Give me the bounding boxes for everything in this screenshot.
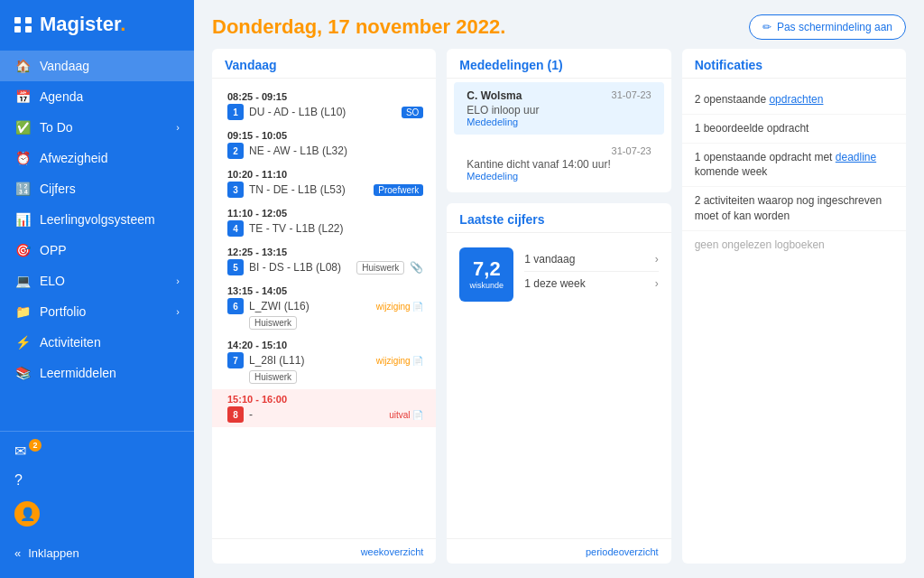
- uitval-label: uitval 📄: [389, 410, 423, 420]
- book-icon: 📚: [14, 366, 31, 380]
- chevron-right-icon: ›: [655, 277, 659, 290]
- lesson-tag: Huiswerk: [249, 370, 297, 384]
- sidebar-item-activiteiten[interactable]: ⚡ Activiteiten: [0, 327, 194, 358]
- mededeling-item[interactable]: C. Wolsma 31-07-23 ELO inloop uur Medede…: [454, 82, 663, 135]
- cijfer-row[interactable]: 1 vandaag ›: [524, 247, 658, 272]
- weekoverzicht-link[interactable]: weekoverzicht: [361, 546, 424, 557]
- lesson-info: NE - AW - L1B (L32): [249, 144, 423, 157]
- schedule-time: 13:15 - 14:05: [227, 285, 423, 296]
- wijziging-label: wijziging 📄: [376, 356, 424, 366]
- schedule-time: 08:25 - 09:15: [227, 91, 423, 102]
- home-icon: 🏠: [14, 59, 31, 73]
- mededelingen-header: Mededelingen (1): [447, 49, 670, 79]
- schedule-time: 10:20 - 11:10: [227, 169, 423, 180]
- attachment-icon: 📎: [410, 261, 423, 274]
- cijfer-score-card: 7,2 wiskunde: [459, 247, 513, 302]
- laatste-cijfers-header: Laatste cijfers: [447, 203, 670, 233]
- sidebar-item-elo[interactable]: 💻 ELO ›: [0, 266, 194, 296]
- sidebar-item-todo[interactable]: ✅ To Do ›: [0, 112, 194, 143]
- lesson-number: 6: [227, 298, 244, 314]
- mededeling-item[interactable]: 31-07-23 Kantine dicht vanaf 14:00 uur! …: [454, 138, 663, 189]
- computer-icon: 💻: [14, 274, 31, 288]
- mededeling-top: 31-07-23: [467, 145, 651, 156]
- sidebar-item-cijfers[interactable]: 🔢 Cijfers: [0, 173, 194, 204]
- sidebar-item-leerlingvolgsysteem[interactable]: 📊 Leerlingvolgsysteem: [0, 204, 194, 235]
- wijziging-label: wijziging 📄: [376, 302, 424, 312]
- deadline-link[interactable]: deadline: [836, 151, 876, 163]
- sidebar-item-vandaag[interactable]: 🏠 Vandaag: [0, 51, 194, 81]
- todo-icon: ✅: [14, 120, 31, 135]
- lesson-number: 4: [227, 220, 244, 237]
- target-icon: 🎯: [14, 243, 31, 257]
- lesson-info: L_ZWI (L16): [249, 300, 371, 312]
- notif-item-grey: geen ongelezen logboeken: [682, 231, 906, 259]
- vandaag-panel-header: Vandaag: [212, 49, 436, 79]
- lesson-badge: SO: [402, 107, 423, 118]
- schedule-row: 4 TE - TV - L1B (L22): [227, 220, 423, 237]
- schedule-item-cancelled: 15:10 - 16:00 8 - uitval 📄: [212, 389, 436, 427]
- opdrachten-link[interactable]: opdrachten: [769, 93, 823, 106]
- help-button[interactable]: ?: [14, 472, 36, 489]
- sidebar: Magister. 🏠 Vandaag 📅 Agenda ✅ To Do › ⏰…: [0, 0, 194, 578]
- lesson-number: 1: [227, 104, 244, 120]
- content-grid: Vandaag 08:25 - 09:15 1 DU - AD - L1B (L…: [194, 49, 924, 578]
- schedule-item: 10:20 - 11:10 3 TN - DE - L1B (L53) Proe…: [212, 164, 436, 202]
- chevron-right-icon: ›: [176, 306, 180, 317]
- sidebar-nav: 🏠 Vandaag 📅 Agenda ✅ To Do › ⏰ Afwezighe…: [0, 45, 194, 431]
- lesson-tag: Huiswerk: [249, 316, 297, 330]
- activity-icon: ⚡: [14, 335, 31, 350]
- notificaties-panel: Notificaties 2 openstaande opdrachten 1 …: [682, 49, 906, 564]
- screen-layout-button[interactable]: ✏ Pas schermindeling aan: [749, 14, 906, 40]
- sidebar-bottom-icons: ✉ 2 ? 👤: [14, 443, 180, 539]
- cijfers-section: 7,2 wiskunde 1 vandaag › 1 deze week ›: [447, 240, 670, 309]
- mail-badge: 2: [29, 439, 42, 452]
- mededeling-tag: Mededeling: [467, 117, 651, 127]
- notif-item: 2 openstaande opdrachten: [682, 86, 906, 115]
- mededeling-subject: Kantine dicht vanaf 14:00 uur!: [467, 158, 651, 171]
- schedule-row: 7 L_28I (L11) wijziging 📄: [227, 352, 423, 368]
- chevron-right-icon: ›: [655, 253, 659, 266]
- sidebar-item-opp[interactable]: 🎯 OPP: [0, 235, 194, 266]
- lesson-number: 3: [227, 182, 244, 198]
- lesson-info: -: [249, 408, 383, 421]
- sidebar-item-agenda[interactable]: 📅 Agenda: [0, 81, 194, 112]
- schedule-item: 08:25 - 09:15 1 DU - AD - L1B (L10) SO: [212, 87, 436, 125]
- app-name: Magister.: [40, 13, 125, 36]
- vandaag-panel: Vandaag 08:25 - 09:15 1 DU - AD - L1B (L…: [212, 49, 436, 564]
- sidebar-item-portfolio[interactable]: 📁 Portfolio ›: [0, 296, 194, 327]
- schedule-item: 13:15 - 14:05 6 L_ZWI (L16) wijziging 📄 …: [212, 281, 436, 334]
- pencil-icon: ✏: [762, 21, 772, 33]
- schedule-row-2: Huiswerk: [249, 370, 423, 384]
- chart-icon: 📊: [14, 212, 31, 227]
- logo-dots-icon: [14, 17, 32, 33]
- collapse-button[interactable]: « Inklappen: [14, 539, 180, 567]
- notificaties-body: 2 openstaande opdrachten 1 beoordeelde o…: [682, 79, 906, 564]
- schedule-time: 15:10 - 16:00: [227, 394, 423, 405]
- schedule-time: 09:15 - 10:05: [227, 130, 423, 141]
- mail-button[interactable]: ✉ 2: [14, 443, 36, 460]
- sidebar-item-afwezigheid[interactable]: ⏰ Afwezigheid: [0, 143, 194, 173]
- main-header: Donderdag, 17 november 2022. ✏ Pas scher…: [194, 0, 924, 49]
- notif-item: 1 openstaande opdracht met deadline kome…: [682, 144, 906, 188]
- folder-icon: 📁: [14, 304, 31, 319]
- cijfer-number: 7,2: [473, 259, 501, 279]
- schedule-row: 3 TN - DE - L1B (L53) Proefwerk: [227, 182, 423, 198]
- schedule-time: 12:25 - 13:15: [227, 247, 423, 257]
- periodeoverzicht-link[interactable]: periodeoverzicht: [586, 546, 659, 557]
- lesson-info: BI - DS - L1B (L08): [249, 261, 351, 274]
- mededelingen-body: C. Wolsma 31-07-23 ELO inloop uur Medede…: [447, 79, 670, 192]
- lesson-number: 7: [227, 352, 244, 368]
- mededelingen-panel: Mededelingen (1) C. Wolsma 31-07-23 ELO …: [447, 49, 670, 192]
- mededeling-top: C. Wolsma 31-07-23: [467, 89, 651, 102]
- schedule-time: 11:10 - 12:05: [227, 208, 423, 219]
- avatar[interactable]: 👤: [14, 501, 40, 527]
- schedule-row: 1 DU - AD - L1B (L10) SO: [227, 104, 423, 120]
- laatste-cijfers-panel: Laatste cijfers 7,2 wiskunde 1 vandaag ›: [447, 203, 670, 564]
- logo: Magister.: [0, 0, 194, 45]
- cijfer-row[interactable]: 1 deze week ›: [524, 272, 658, 295]
- cijfer-subject: wiskunde: [470, 281, 504, 290]
- chevron-right-icon: ›: [176, 275, 180, 286]
- main-content: Donderdag, 17 november 2022. ✏ Pas scher…: [194, 0, 924, 578]
- sidebar-item-leermiddelen[interactable]: 📚 Leermiddelen: [0, 358, 194, 388]
- lesson-info: L_28I (L11): [249, 354, 371, 367]
